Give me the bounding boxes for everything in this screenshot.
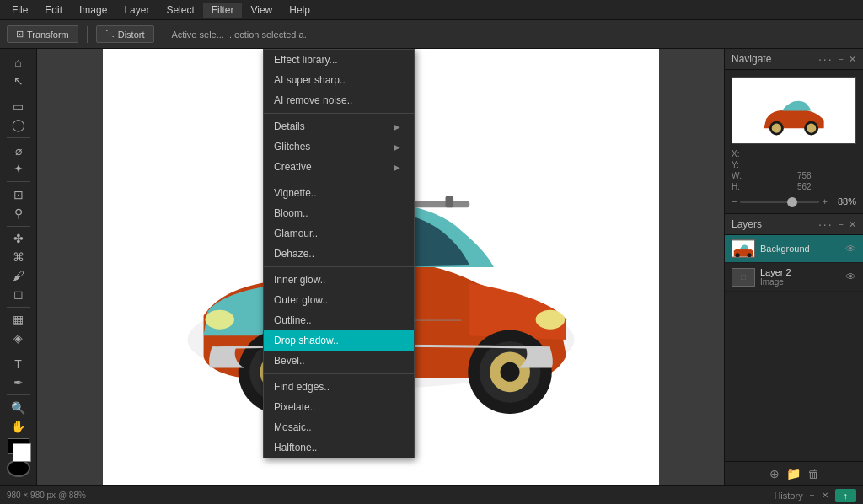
menu-find-edges[interactable]: Find edges..	[264, 377, 414, 397]
statusbar: 980 × 980 px @ 88% History − ✕ ↑	[0, 485, 863, 504]
layer-2-visibility[interactable]: 👁	[845, 271, 856, 283]
active-selection-text: Active sele... ...ection selected a.	[172, 29, 307, 40]
menu-vignette[interactable]: Vignette..	[264, 183, 414, 203]
rect-marquee-tool[interactable]: ▭	[5, 98, 32, 115]
heal-tool[interactable]: ✤	[5, 230, 32, 247]
menu-select[interactable]: Select	[158, 3, 202, 18]
svg-point-13	[535, 310, 564, 330]
toolbar-separator	[87, 26, 88, 43]
crop-tool[interactable]: ⊡	[5, 186, 32, 203]
tool-separator-4	[7, 226, 30, 227]
navigate-options[interactable]: ···	[818, 52, 834, 66]
y-label: Y:	[732, 160, 791, 169]
zoom-tool[interactable]: 🔍	[5, 399, 32, 416]
layer-2-name: Layer 2	[760, 267, 840, 277]
toolbar: ⊡ Transform ⋱ Distort Active sele... ...…	[0, 20, 863, 49]
layers-close[interactable]: ✕	[849, 219, 856, 230]
ellipse-marquee-tool[interactable]: ◯	[5, 116, 32, 133]
lasso-tool[interactable]: ⌀	[5, 142, 32, 159]
menu-outer-glow[interactable]: Outer glow..	[264, 290, 414, 310]
pen-tool[interactable]: ✒	[5, 374, 32, 391]
menu-layer[interactable]: Layer	[115, 3, 158, 18]
svg-point-12	[500, 362, 519, 382]
zoom-thumb[interactable]	[787, 197, 797, 207]
shape-tool[interactable]: ◈	[5, 330, 32, 346]
zoom-minus[interactable]: −	[732, 196, 737, 206]
toolbar-separator2	[163, 26, 163, 43]
menu-glamour[interactable]: Glamour..	[264, 223, 414, 244]
layers-options[interactable]: ···	[818, 217, 834, 231]
distort-icon: ⋱	[105, 29, 115, 40]
panel-minimize-icon[interactable]: −	[810, 491, 815, 500]
upload-button[interactable]: ↑	[835, 489, 857, 502]
zoom-track[interactable]	[740, 201, 818, 203]
menu-outline[interactable]: Outline..	[264, 310, 414, 330]
layer-2-info: Layer 2 Image	[760, 267, 840, 287]
arrow-icon: ▶	[394, 163, 400, 172]
text-tool[interactable]: T	[5, 356, 32, 373]
menu-details[interactable]: Details ▶	[264, 116, 414, 137]
navigate-thumbnail[interactable]	[732, 77, 856, 144]
menu-filter[interactable]: Filter	[203, 3, 243, 18]
layer-background-thumb	[732, 239, 755, 258]
color-circle[interactable]	[7, 459, 30, 477]
layers-minimize[interactable]: −	[839, 219, 844, 229]
menu-image[interactable]: Image	[71, 3, 115, 18]
layer-background-visibility[interactable]: 👁	[845, 243, 856, 255]
navigate-minimize[interactable]: −	[839, 54, 844, 64]
menu-drop-shadow[interactable]: Drop shadow..	[264, 330, 414, 351]
layer-background-name: Background	[760, 244, 840, 254]
w-value: 758	[797, 171, 856, 180]
menu-pixelate[interactable]: Pixelate..	[264, 397, 414, 417]
navigate-section: X: Y: W: 758 H: 562 − + 88%	[725, 70, 863, 214]
folder-button[interactable]: 📁	[786, 467, 801, 480]
clone-tool[interactable]: ⌘	[5, 249, 32, 265]
menu-effect-library[interactable]: Effect library...	[264, 50, 414, 70]
menu-halftone[interactable]: Halftone..	[264, 437, 414, 458]
foreground-color[interactable]	[8, 438, 29, 454]
zoom-level: 88%	[831, 196, 856, 206]
background-color[interactable]	[13, 443, 31, 462]
arrow-icon: ▶	[394, 122, 400, 131]
hand-tool[interactable]: ✋	[5, 418, 32, 435]
menu-mosaic[interactable]: Mosaic..	[264, 417, 414, 437]
eyedropper-tool[interactable]: ⚲	[5, 205, 32, 222]
svg-rect-4	[445, 196, 453, 207]
layers-controls: ··· − ✕	[818, 217, 856, 231]
menu-creative[interactable]: Creative ▶	[264, 157, 414, 177]
brush-tool[interactable]: 🖌	[5, 267, 32, 284]
layer-background[interactable]: Background 👁	[725, 235, 863, 263]
navigate-close[interactable]: ✕	[849, 54, 856, 65]
arrow-icon: ▶	[394, 142, 400, 152]
menu-bloom[interactable]: Bloom..	[264, 203, 414, 223]
panel-close-icon[interactable]: ✕	[822, 491, 828, 500]
menu-ai-remove-noise[interactable]: AI remove noise..	[264, 90, 414, 110]
menu-bevel[interactable]: Bevel..	[264, 351, 414, 371]
home-tool[interactable]: ⌂	[5, 54, 32, 71]
menu-help[interactable]: Help	[281, 3, 319, 18]
navigate-coords: X: Y: W: 758 H: 562	[732, 149, 856, 191]
menu-glitches[interactable]: Glitches ▶	[264, 137, 414, 157]
menu-inner-glow[interactable]: Inner glow..	[264, 270, 414, 290]
menu-separator-2	[264, 180, 414, 180]
magic-wand-tool[interactable]: ✦	[5, 161, 32, 178]
eraser-tool[interactable]: ◻	[5, 286, 32, 303]
delete-layer-button[interactable]: 🗑	[807, 467, 819, 480]
menu-edit[interactable]: Edit	[36, 3, 71, 18]
h-label: H:	[732, 182, 791, 191]
add-layer-button[interactable]: ⊕	[769, 467, 780, 480]
menu-dehaze[interactable]: Dehaze..	[264, 244, 414, 264]
menu-ai-super-sharp[interactable]: AI super sharp..	[264, 70, 414, 90]
layer-2[interactable]: □ Layer 2 Image 👁	[725, 263, 863, 292]
menu-view[interactable]: View	[242, 3, 281, 18]
gradient-tool[interactable]: ▦	[5, 311, 32, 328]
layers-section: Layers ··· − ✕	[725, 214, 863, 461]
transform-button[interactable]: ⊡ Transform	[7, 25, 78, 43]
menu-file[interactable]: File	[3, 3, 36, 18]
zoom-plus[interactable]: +	[823, 196, 828, 206]
distort-button[interactable]: ⋱ Distort	[96, 25, 154, 43]
w-label: W:	[732, 171, 791, 180]
canvas-area[interactable]: Effect library... AI super sharp.. AI re…	[37, 49, 724, 485]
cursor-tool[interactable]: ↖	[5, 72, 32, 89]
menubar: File Edit Image Layer Select Filter View…	[0, 0, 863, 20]
